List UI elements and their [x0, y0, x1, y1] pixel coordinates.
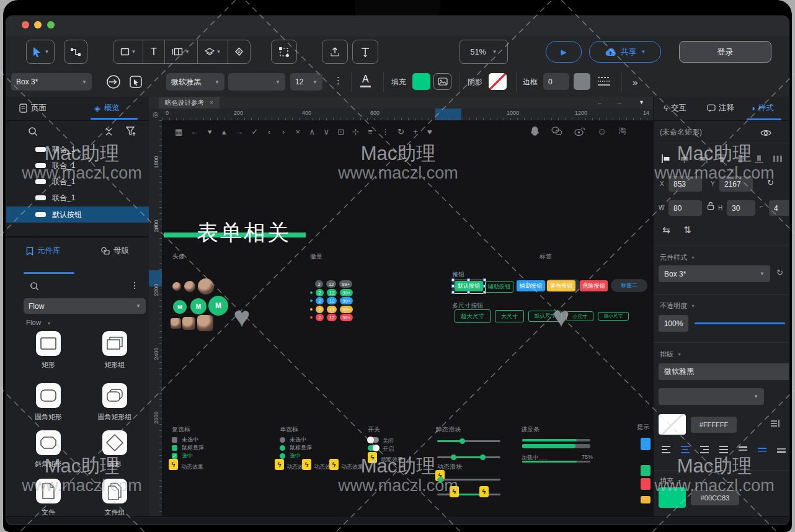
badge-pill[interactable]: 12	[327, 297, 337, 304]
slider-knob[interactable]	[480, 454, 486, 460]
secondary-button[interactable]: 辅助按钮	[485, 281, 513, 293]
frame-tool-button[interactable]: ▼	[165, 40, 198, 63]
lightning-badge-icon[interactable]: ϟ	[275, 459, 284, 470]
design-nav-icon[interactable]: ✓	[251, 127, 258, 136]
tree-item[interactable]: 联合_1	[6, 157, 149, 174]
select-tool-button[interactable]: ▼	[26, 40, 55, 64]
align-right-icon[interactable]	[698, 154, 708, 164]
eye-icon[interactable]	[760, 128, 771, 140]
badge-pill[interactable]: 99+	[340, 297, 353, 304]
design-nav-icon[interactable]: ▾	[207, 127, 213, 136]
design-nav-icon[interactable]: ↻	[398, 127, 404, 136]
tab-style[interactable]: ◑ 样式	[750, 103, 774, 113]
width-input[interactable]: 80	[668, 200, 702, 216]
badge-pill[interactable]: 99+	[339, 280, 352, 288]
avatar-square[interactable]	[197, 315, 213, 331]
fill-color-swatch[interactable]	[412, 73, 430, 90]
tab-pages[interactable]: 页面	[19, 103, 47, 113]
avatar-letter[interactable]: M	[208, 296, 228, 316]
pick-style-icon[interactable]	[129, 75, 143, 91]
size-button-s[interactable]: 小尺寸	[566, 311, 593, 321]
tree-item[interactable]: 联合_1	[6, 190, 149, 206]
component-rounded-rectangle-group[interactable]: 圆角矩形组	[84, 383, 146, 422]
fill-image-button[interactable]	[433, 73, 451, 90]
flip-vertical-icon[interactable]: ⇅	[683, 224, 691, 236]
component-beveled-rectangle[interactable]: 斜角矩形	[17, 430, 79, 469]
design-nav-icon[interactable]: ←	[190, 127, 198, 136]
align-center-icon[interactable]	[680, 154, 690, 164]
design-nav-icon[interactable]: ♥	[427, 127, 433, 136]
text-tool-button[interactable]: T	[143, 40, 165, 63]
hint-swatch-red[interactable]	[641, 478, 651, 490]
lock-ratio-icon[interactable]	[707, 202, 714, 213]
lightning-badge-icon[interactable]: ϟ	[302, 459, 311, 470]
text-valign-bottom-icon[interactable]	[776, 445, 786, 454]
design-nav-icon[interactable]: ▦	[175, 127, 182, 136]
format-overflow-button[interactable]: »	[633, 77, 638, 87]
filter-icon[interactable]	[126, 126, 136, 139]
avatar-letter[interactable]: M	[190, 298, 207, 314]
size-button-xl[interactable]: 超大尺寸	[455, 309, 491, 323]
avatar[interactable]	[172, 282, 181, 291]
badge-pill[interactable]: 12	[327, 289, 337, 296]
tab-library[interactable]: 元件库	[26, 246, 61, 256]
login-button[interactable]: 登录	[679, 41, 771, 63]
share-button[interactable]: 共享 ▼	[589, 41, 661, 63]
lightning-badge-icon[interactable]: ϟ	[368, 452, 377, 463]
text-color-button[interactable]: A	[360, 74, 371, 87]
hint-swatch-yellow[interactable]	[641, 496, 651, 503]
font-weight-select[interactable]: ▼	[228, 73, 285, 91]
style-preset-select[interactable]: Box 3* ▼	[11, 73, 92, 91]
slider-knob[interactable]	[451, 454, 456, 460]
height-input[interactable]: 30	[727, 200, 755, 216]
design-nav-icon[interactable]: ▴	[221, 127, 227, 136]
bring-forward-button[interactable]	[322, 40, 348, 64]
lightning-badge-icon[interactable]: ϟ	[479, 486, 489, 497]
widget-style-select[interactable]: Box 3* ▼	[659, 265, 770, 282]
tab-list-icon[interactable]: ▼	[639, 99, 644, 105]
font-size-select[interactable]: 12 ▼	[290, 73, 322, 91]
text-color-hex[interactable]: #FFFFFF	[691, 417, 737, 433]
shadow-none-swatch[interactable]	[489, 73, 507, 90]
component-file[interactable]: 文件	[17, 479, 79, 517]
section-title[interactable]: 表单相关	[197, 218, 291, 247]
hint-swatch-green[interactable]	[641, 465, 651, 476]
design-nav-icon[interactable]: ›	[280, 127, 286, 136]
text-align-center-icon[interactable]	[680, 445, 690, 454]
align-top-icon[interactable]	[717, 154, 727, 164]
size-button-l[interactable]: 大尺寸	[495, 310, 524, 322]
tree-item-selected[interactable]: 默认按钮	[6, 206, 149, 223]
hint-swatch-blue[interactable]	[641, 438, 651, 450]
checkbox-state[interactable]: 鼠标悬浮	[172, 445, 204, 451]
size-button-m[interactable]: 默认尺寸	[528, 311, 562, 322]
avatar[interactable]	[184, 281, 195, 292]
tree-item[interactable]: 联合_1	[6, 141, 149, 157]
badge-pill[interactable]: 2	[316, 306, 324, 313]
text-direction-icon[interactable]	[770, 419, 780, 430]
slider-track[interactable]	[437, 479, 500, 481]
range-slider-track[interactable]	[437, 494, 500, 495]
radio-state[interactable]: 未选中	[280, 437, 306, 443]
pen-tool-button[interactable]	[228, 40, 250, 63]
design-nav-icon[interactable]: ×	[295, 127, 301, 136]
design-nav-icon[interactable]: ‹	[266, 127, 272, 136]
text-transform-button[interactable]	[352, 40, 378, 64]
library-menu-icon[interactable]: ⋮	[130, 280, 139, 290]
text-valign-middle-icon[interactable]	[757, 445, 767, 454]
border-style-button[interactable]	[597, 76, 611, 89]
font-family-select[interactable]: 微软雅黑	[659, 363, 789, 380]
slider-knob[interactable]	[438, 477, 443, 482]
tab-next-icon[interactable]: →	[616, 99, 623, 106]
badge-pill[interactable]: 12	[326, 280, 336, 288]
badge-pill[interactable]: 12	[327, 314, 337, 321]
slider-track[interactable]	[437, 440, 500, 442]
toggle-off[interactable]	[368, 437, 379, 443]
design-nav-icon[interactable]: ∨	[323, 127, 329, 136]
avatar[interactable]	[198, 278, 214, 295]
component-rectangle-group[interactable]: 矩形组	[84, 331, 146, 370]
badge-pill[interactable]: 99+	[340, 289, 353, 296]
border-width-input[interactable]: 0	[543, 73, 569, 90]
tab-prev-icon[interactable]: ←	[597, 99, 603, 106]
slider-knob[interactable]	[460, 438, 465, 444]
x-input[interactable]: 853	[668, 176, 702, 192]
